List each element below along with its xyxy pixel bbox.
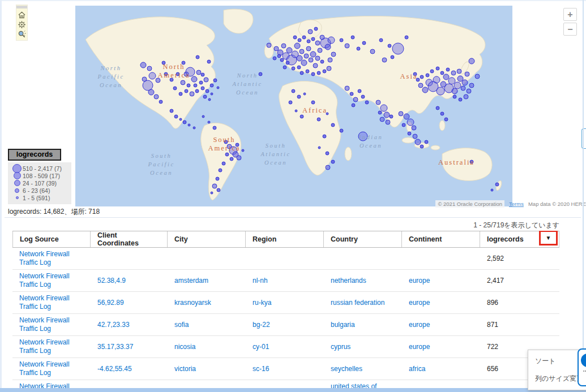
map-bubble[interactable] xyxy=(170,78,173,81)
map-bubble[interactable] xyxy=(353,97,358,102)
table-cell-log_source[interactable]: Network Firewall Traffic Log xyxy=(12,294,91,311)
table-cell-log_source[interactable]: Network Firewall Traffic Log xyxy=(12,316,91,333)
map-bubble[interactable] xyxy=(382,58,387,62)
map-bubble[interactable] xyxy=(462,80,468,85)
map-bubble[interactable] xyxy=(386,120,390,124)
table-row[interactable]: Network Firewall Traffic Log35.17,33.37n… xyxy=(12,336,559,358)
gear-icon[interactable] xyxy=(18,20,26,29)
terms-link[interactable]: Terms xyxy=(509,201,524,207)
table-cell-region[interactable]: sc-16 xyxy=(246,365,324,373)
map-bubble[interactable] xyxy=(142,77,147,81)
column-header-city[interactable]: City xyxy=(168,231,246,247)
table-cell-city[interactable]: sofia xyxy=(168,321,246,329)
map-bubble[interactable] xyxy=(300,71,303,75)
map-bubble[interactable] xyxy=(379,38,383,42)
map-bubble[interactable] xyxy=(416,78,420,81)
map-bubble[interactable] xyxy=(224,140,228,144)
map-bubble[interactable] xyxy=(204,77,208,82)
map-bubble[interactable] xyxy=(207,60,211,63)
map-bubble[interactable] xyxy=(283,66,286,69)
table-row[interactable]: Network Firewall Traffic Log2,592 xyxy=(12,248,559,270)
table-cell-city[interactable]: nicosia xyxy=(168,343,246,351)
map-bubble[interactable] xyxy=(173,87,177,90)
map-bubble[interactable] xyxy=(217,87,219,89)
map-bubble[interactable] xyxy=(340,129,343,132)
map-bubble[interactable] xyxy=(194,84,197,87)
map-bubble[interactable] xyxy=(212,184,217,188)
column-dropdown-arrow-icon[interactable]: ▼ xyxy=(546,235,551,241)
map-bubble[interactable] xyxy=(320,35,324,40)
table-cell-continent[interactable]: africa xyxy=(402,365,480,373)
map-bubble[interactable] xyxy=(465,72,469,76)
map-bubble[interactable] xyxy=(313,63,318,68)
map-bubble[interactable] xyxy=(179,92,182,96)
column-header-region[interactable]: Region xyxy=(246,231,324,247)
map-bubble[interactable] xyxy=(286,48,292,53)
map-bubble[interactable] xyxy=(433,76,440,83)
map-bubble[interactable] xyxy=(213,79,217,82)
map-bubble[interactable] xyxy=(281,44,286,48)
table-cell-client_coordinates[interactable]: -4.62,55.45 xyxy=(91,365,168,373)
map-bubble[interactable] xyxy=(267,43,271,48)
map-bubble[interactable] xyxy=(491,189,493,191)
map-bubble[interactable] xyxy=(420,145,424,148)
map-bubble[interactable] xyxy=(380,117,384,122)
world-map[interactable]: North Pacific OceanNorth Atlantic OceanS… xyxy=(75,6,512,206)
map-bubble[interactable] xyxy=(280,58,284,62)
map-bubble[interactable] xyxy=(412,126,416,130)
map-bubble[interactable] xyxy=(186,67,195,76)
table-cell-region[interactable]: ru-kya xyxy=(246,299,324,307)
map-bubble[interactable] xyxy=(179,118,182,120)
table-row[interactable]: Network Firewall Traffic Log43.06,-89.73… xyxy=(12,380,559,389)
map-bubble[interactable] xyxy=(306,70,309,73)
map-bubble[interactable] xyxy=(219,169,222,172)
map-bubble[interactable] xyxy=(311,37,315,41)
map-bubble[interactable] xyxy=(418,83,423,88)
map-bubble[interactable] xyxy=(164,72,168,76)
map-bubble[interactable] xyxy=(358,132,367,141)
map-bubble[interactable] xyxy=(452,88,457,94)
map-bubble[interactable] xyxy=(440,112,444,115)
map-bubble[interactable] xyxy=(294,43,300,49)
map-bubble[interactable] xyxy=(444,118,448,121)
map-bubble[interactable] xyxy=(196,70,201,75)
table-cell-client_coordinates[interactable]: 52.38,4.9 xyxy=(91,277,168,285)
map-bubble[interactable] xyxy=(425,140,428,144)
map-bubble[interactable] xyxy=(297,55,302,61)
map-bubble[interactable] xyxy=(236,143,239,147)
map-bubble[interactable] xyxy=(388,44,391,48)
map-bubble[interactable] xyxy=(148,89,154,95)
map-bubble[interactable] xyxy=(325,44,331,50)
map-bubble[interactable] xyxy=(149,72,156,79)
map-bubble[interactable] xyxy=(413,72,417,76)
map-bubble[interactable] xyxy=(187,84,190,87)
table-row[interactable]: Network Firewall Traffic Log52.38,4.9ams… xyxy=(12,270,559,292)
map-bubble[interactable] xyxy=(199,81,203,84)
map-bubble[interactable] xyxy=(392,43,404,54)
map-bubble[interactable] xyxy=(311,72,315,76)
map-bubble[interactable] xyxy=(181,80,185,85)
map-bubble[interactable] xyxy=(430,70,434,73)
table-cell-client_coordinates[interactable]: 56,92.89 xyxy=(91,299,168,307)
table-cell-region[interactable]: bg-22 xyxy=(246,321,324,329)
map-bubble[interactable] xyxy=(326,113,328,115)
map-bubble[interactable] xyxy=(399,111,403,116)
map-bubble[interactable] xyxy=(443,74,449,80)
map-bubble[interactable] xyxy=(206,89,209,93)
map-bubble[interactable] xyxy=(183,120,186,124)
map-bubble[interactable] xyxy=(390,115,393,118)
floating-assistant-widget[interactable] xyxy=(578,348,586,386)
map-bubble[interactable] xyxy=(320,60,324,63)
map-bubble[interactable] xyxy=(190,92,194,96)
map-bubble[interactable] xyxy=(156,78,160,83)
map-bubble[interactable] xyxy=(440,71,444,75)
map-bubble[interactable] xyxy=(340,38,343,42)
map-bubble[interactable] xyxy=(182,61,185,64)
map-bubble[interactable] xyxy=(317,71,320,75)
map-bubble[interactable] xyxy=(331,160,335,163)
map-bubble[interactable] xyxy=(461,86,465,91)
map-bubble[interactable] xyxy=(317,118,320,121)
map-bubble[interactable] xyxy=(351,36,354,39)
map-bubble[interactable] xyxy=(195,89,199,93)
table-cell-region[interactable]: nl-nh xyxy=(246,277,324,285)
